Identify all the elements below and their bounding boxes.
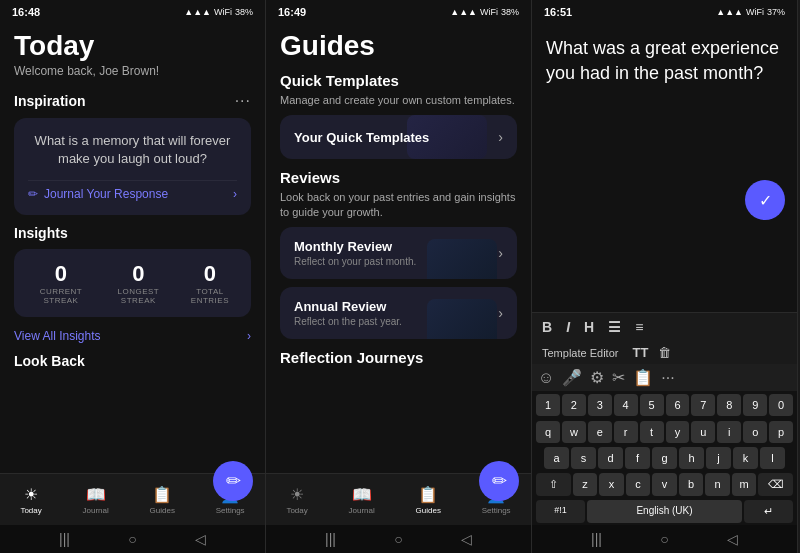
key-5[interactable]: 5: [640, 394, 664, 416]
key-h[interactable]: h: [679, 447, 704, 469]
key-3[interactable]: 3: [588, 394, 612, 416]
nav-indicator-3: ||| ○ ◁: [532, 525, 797, 553]
recent-icon-3[interactable]: ◁: [727, 531, 738, 547]
bold-button[interactable]: B: [542, 319, 552, 335]
nav-journal-1[interactable]: 📖 Journal: [83, 485, 109, 515]
key-4[interactable]: 4: [614, 394, 638, 416]
key-u[interactable]: u: [691, 421, 715, 443]
key-b[interactable]: b: [679, 473, 704, 496]
more-options-icon[interactable]: ···: [235, 92, 251, 110]
edit-icon: ✏: [226, 470, 241, 492]
key-1[interactable]: 1: [536, 394, 560, 416]
key-e[interactable]: e: [588, 421, 612, 443]
key-m[interactable]: m: [732, 473, 757, 496]
key-6[interactable]: 6: [666, 394, 690, 416]
key-d[interactable]: d: [598, 447, 623, 469]
key-7[interactable]: 7: [691, 394, 715, 416]
monthly-review-card[interactable]: Monthly Review Reflect on your past mont…: [280, 227, 517, 279]
fab-edit-button[interactable]: ✏: [213, 461, 253, 501]
mic-icon[interactable]: 🎤: [562, 368, 582, 387]
key-q[interactable]: q: [536, 421, 560, 443]
key-y[interactable]: y: [666, 421, 690, 443]
key-9[interactable]: 9: [743, 394, 767, 416]
settings-keyboard-icon[interactable]: ⚙: [590, 368, 604, 387]
more-keyboard-icon[interactable]: ···: [661, 369, 674, 387]
your-quick-templates-card[interactable]: Your Quick Templates ›: [280, 115, 517, 159]
symbols-key[interactable]: #!1: [536, 500, 585, 523]
guides-nav-label: Guides: [150, 506, 175, 515]
emoji-icon[interactable]: ☺: [538, 369, 554, 387]
key-k[interactable]: k: [733, 447, 758, 469]
numbered-list-button[interactable]: ≡: [635, 319, 643, 335]
journal-link[interactable]: ✏ Journal Your Response ›: [28, 180, 237, 201]
confirm-button[interactable]: ✓: [745, 180, 785, 220]
back-icon-3[interactable]: |||: [591, 531, 602, 547]
edit-icon-2: ✏: [492, 470, 507, 492]
key-0[interactable]: 0: [769, 394, 793, 416]
key-g[interactable]: g: [652, 447, 677, 469]
screen-today: 16:48 ▲▲▲ WiFi 38% Today Welcome back, J…: [0, 0, 266, 553]
home-icon-3[interactable]: ○: [660, 531, 668, 547]
nav-guides-2[interactable]: 📋 Guides: [416, 485, 441, 515]
shift-key[interactable]: ⇧: [536, 473, 571, 496]
key-p[interactable]: p: [769, 421, 793, 443]
delete-button[interactable]: 🗑: [658, 345, 671, 360]
time-2: 16:49: [278, 6, 306, 18]
enter-key[interactable]: ↵: [744, 500, 793, 523]
formatting-toolbar: B I H ☰ ≡: [532, 312, 797, 341]
cut-icon[interactable]: ✂: [612, 368, 625, 387]
wifi-icon-1: WiFi: [214, 7, 232, 17]
key-z[interactable]: z: [573, 473, 598, 496]
fab-edit-button-2[interactable]: ✏: [479, 461, 519, 501]
wifi-icon-2: WiFi: [480, 7, 498, 17]
annual-review-card[interactable]: Annual Review Reflect on the past year. …: [280, 287, 517, 339]
home-icon-2[interactable]: ○: [394, 531, 402, 547]
key-j[interactable]: j: [706, 447, 731, 469]
font-size-button[interactable]: TT: [632, 345, 648, 360]
spacebar-key[interactable]: English (UK): [587, 500, 742, 523]
nav-today-2[interactable]: ☀ Today: [286, 485, 307, 515]
italic-button[interactable]: I: [566, 319, 570, 335]
screen2-content: Guides Quick Templates Manage and create…: [266, 22, 531, 473]
heading-button[interactable]: H: [584, 319, 594, 335]
back-icon-2[interactable]: |||: [325, 531, 336, 547]
check-icon: ✓: [759, 191, 772, 210]
recent-icon-1[interactable]: ◁: [195, 531, 206, 547]
status-icons-3: ▲▲▲ WiFi 37%: [716, 7, 785, 17]
view-all-insights-link[interactable]: View All Insights ›: [14, 325, 251, 347]
inspiration-prompt: What is a memory that will forever make …: [28, 132, 237, 168]
editor-question[interactable]: What was a great experience you had in t…: [532, 22, 797, 100]
key-r[interactable]: r: [614, 421, 638, 443]
key-2[interactable]: 2: [562, 394, 586, 416]
journal-icon: 📖: [86, 485, 106, 504]
back-icon-1[interactable]: |||: [59, 531, 70, 547]
screen1-content: Today Welcome back, Joe Brown! Inspirati…: [0, 22, 265, 473]
monthly-chevron-icon: ›: [498, 245, 503, 261]
guides-icon-2: 📋: [418, 485, 438, 504]
key-a[interactable]: a: [544, 447, 569, 469]
key-f[interactable]: f: [625, 447, 650, 469]
key-t[interactable]: t: [640, 421, 664, 443]
reflection-heading: Reflection Journeys: [280, 349, 517, 366]
key-l[interactable]: l: [760, 447, 785, 469]
status-icons-1: ▲▲▲ WiFi 38%: [184, 7, 253, 17]
key-8[interactable]: 8: [717, 394, 741, 416]
backspace-key[interactable]: ⌫: [758, 473, 793, 496]
key-i[interactable]: i: [717, 421, 741, 443]
nav-guides-1[interactable]: 📋 Guides: [150, 485, 175, 515]
recent-icon-2[interactable]: ◁: [461, 531, 472, 547]
home-icon-1[interactable]: ○: [128, 531, 136, 547]
key-w[interactable]: w: [562, 421, 586, 443]
list-button[interactable]: ☰: [608, 319, 621, 335]
inspiration-card: What is a memory that will forever make …: [14, 118, 251, 215]
key-o[interactable]: o: [743, 421, 767, 443]
key-s[interactable]: s: [571, 447, 596, 469]
key-c[interactable]: c: [626, 473, 651, 496]
nav-today-1[interactable]: ☀ Today: [20, 485, 41, 515]
clipboard-icon[interactable]: 📋: [633, 368, 653, 387]
nav-journal-2[interactable]: 📖 Journal: [349, 485, 375, 515]
look-back-heading: Look Back: [14, 347, 251, 375]
key-n[interactable]: n: [705, 473, 730, 496]
key-v[interactable]: v: [652, 473, 677, 496]
key-x[interactable]: x: [599, 473, 624, 496]
